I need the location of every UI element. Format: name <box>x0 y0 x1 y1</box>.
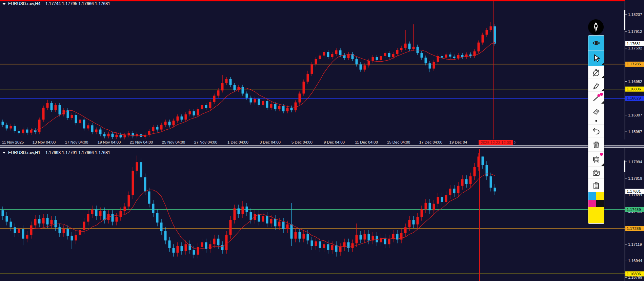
h1-chart-pane[interactable]: 1.179941.178191.176441.174691.172941.171… <box>0 148 644 281</box>
chart-area[interactable]: EURUSD.raw,H4 1.17744 1.17795 1.17666 1.… <box>0 0 644 281</box>
candle <box>412 47 415 49</box>
pen-tool-button[interactable] <box>588 79 604 92</box>
price-tag-value: 1.17681 <box>627 42 641 46</box>
time-axis-label: 17 Nov 04:00 <box>65 140 88 144</box>
candle <box>286 224 289 229</box>
candle <box>282 106 285 111</box>
visibility-eye-button[interactable] <box>588 36 604 50</box>
candle <box>124 135 126 137</box>
candle <box>266 216 268 223</box>
candle <box>34 219 37 225</box>
palette-color-0[interactable] <box>588 192 596 200</box>
candle <box>22 130 24 133</box>
candle <box>392 54 395 57</box>
candle <box>217 90 220 95</box>
candle <box>372 57 374 61</box>
candle <box>282 222 285 229</box>
line-icon <box>592 93 601 102</box>
candle <box>327 52 329 57</box>
candle <box>38 120 41 132</box>
price-axis-label: 1.17592 <box>628 46 642 50</box>
h4-ohlc-values: 1.17744 1.17795 1.17666 1.17681 <box>45 1 110 6</box>
candle <box>461 179 464 186</box>
palette-color-1[interactable] <box>596 192 604 200</box>
price-tag-value: 1.17285 <box>627 226 641 231</box>
h4-chart-pane[interactable]: 1.182371.179121.175921.169521.163071.159… <box>0 1 644 145</box>
candle <box>408 44 411 49</box>
candle <box>99 211 102 216</box>
size-dot-button[interactable] <box>588 117 604 125</box>
annotation-toolbar <box>588 35 604 224</box>
candle <box>474 167 476 176</box>
candle <box>303 234 305 239</box>
undo-arrow-icon <box>592 127 601 135</box>
candle <box>445 55 447 58</box>
clear-all-button[interactable] <box>588 137 604 152</box>
chevron-down-icon[interactable] <box>2 3 6 5</box>
candle <box>205 105 207 108</box>
cursor-arrow-icon <box>592 54 601 63</box>
candle <box>421 53 423 58</box>
candle <box>376 57 378 60</box>
candle <box>323 52 325 56</box>
candle <box>177 116 179 121</box>
candle <box>209 244 212 249</box>
candle <box>307 74 309 82</box>
screenshot-button[interactable] <box>588 167 604 179</box>
time-axis-label: 25 Nov 04:00 <box>162 140 185 144</box>
time-axis-label: 15 Dec 04:00 <box>387 140 410 144</box>
dot-icon <box>592 116 601 125</box>
time-axis-label: 11 Nov 2025 <box>2 140 24 144</box>
candle <box>278 106 281 109</box>
pen-app-logo[interactable] <box>588 19 604 35</box>
candle <box>246 93 248 98</box>
time-axis-label: 27 Nov 04:00 <box>194 140 217 144</box>
candle <box>262 101 264 105</box>
candle <box>87 125 89 128</box>
candle <box>112 214 114 221</box>
current-color-swatch[interactable] <box>588 207 604 223</box>
window-splitter[interactable] <box>0 145 644 148</box>
candle <box>270 104 273 108</box>
candle <box>392 234 395 239</box>
axis-scrollbar-thumb[interactable] <box>624 10 625 30</box>
candle <box>429 63 431 68</box>
candle <box>26 130 28 133</box>
timer-disabled-button[interactable] <box>588 66 604 79</box>
h4-title-row: EURUSD.raw,H4 1.17744 1.17795 1.17666 1.… <box>2 1 110 6</box>
axis-scrollbar-thumb[interactable] <box>624 160 625 172</box>
line-tool-button[interactable] <box>588 92 604 104</box>
candle <box>193 250 195 255</box>
candle <box>120 135 122 137</box>
candle <box>18 131 20 133</box>
candle <box>189 244 191 250</box>
eye-icon <box>592 39 601 47</box>
candle <box>425 58 427 63</box>
candle <box>6 125 8 129</box>
undo-button[interactable] <box>588 125 604 137</box>
cursor-tool-button[interactable] <box>588 50 604 66</box>
candle <box>360 235 362 240</box>
eraser-tool-button[interactable] <box>588 104 604 117</box>
candle <box>217 239 220 245</box>
palette-color-2[interactable] <box>588 200 596 207</box>
whiteboard-button[interactable] <box>588 152 604 167</box>
price-tag-value: 1.17681 <box>627 189 641 193</box>
candle <box>83 120 85 128</box>
candle <box>364 65 366 69</box>
candle <box>116 217 118 222</box>
eraser-icon <box>592 106 601 115</box>
candle <box>453 57 456 58</box>
price-tag-value: 1.16806 <box>627 87 641 91</box>
candle <box>364 234 366 240</box>
chevron-down-icon[interactable] <box>2 152 6 154</box>
candle <box>140 162 142 177</box>
horizontal-red-annotation[interactable] <box>0 0 625 1</box>
candle <box>319 241 321 248</box>
palette-color-3[interactable] <box>596 200 604 207</box>
h1-symbol-label: EURUSD.raw,H1 <box>8 150 40 155</box>
candle <box>168 122 171 125</box>
clipboard-button[interactable] <box>588 179 604 192</box>
candles <box>2 22 496 139</box>
candle <box>181 246 183 251</box>
